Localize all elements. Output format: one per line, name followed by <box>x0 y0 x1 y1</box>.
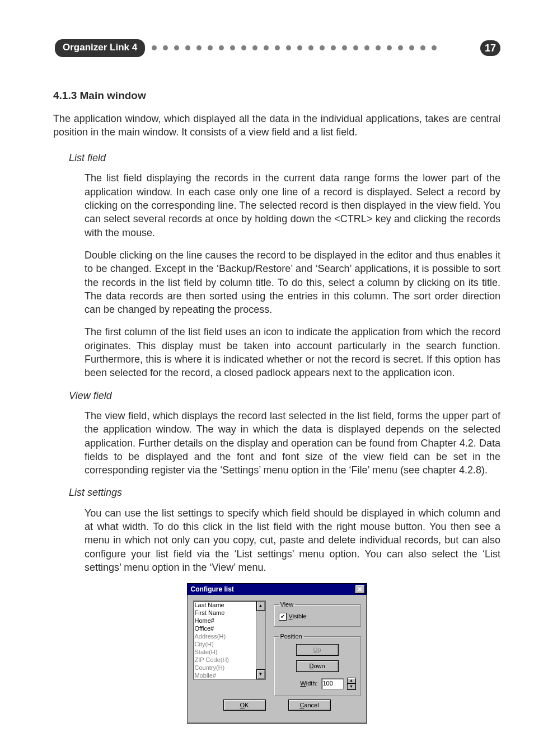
width-input[interactable]: 100 <box>321 678 344 689</box>
fields-listbox[interactable]: Last NameFirst NameHome#Office#Address(H… <box>193 600 266 680</box>
list-item[interactable]: Last Name <box>194 601 256 609</box>
view-field-p1: The view field, which displays the recor… <box>85 409 500 477</box>
subheading-list-field: List field <box>69 151 500 165</box>
scroll-down-icon[interactable]: ▼ <box>256 669 265 679</box>
configure-list-dialog: Configure list ✕ Last NameFirst NameHome… <box>187 583 367 724</box>
dialog-title: Configure list <box>191 585 234 594</box>
list-field-p3: The first column of the list field uses … <box>85 325 500 379</box>
lead-paragraph: The application window, which displayed … <box>53 112 500 139</box>
header-dots <box>148 45 477 50</box>
width-spinner[interactable]: ▲ ▼ <box>347 678 356 690</box>
down-button[interactable]: Down <box>296 660 339 672</box>
view-groupbox: View ✔ VVisibleisible <box>274 600 361 627</box>
page-number: 17 <box>480 40 500 56</box>
position-legend: Position <box>279 632 304 641</box>
subheading-view-field: View field <box>69 389 500 402</box>
list-item[interactable]: Home# <box>194 617 256 624</box>
scrollbar[interactable]: ▲ ▼ <box>256 601 265 679</box>
list-item[interactable]: First Name <box>194 609 256 617</box>
section-title: 4.1.3 Main window <box>53 88 500 103</box>
list-item[interactable]: City(H) <box>194 640 256 648</box>
spin-down-icon[interactable]: ▼ <box>347 684 356 690</box>
list-item[interactable]: Mobile# <box>194 672 256 679</box>
spin-up-icon[interactable]: ▲ <box>347 678 356 684</box>
list-field-p2: Double clicking on the line causes the r… <box>85 248 500 316</box>
list-item[interactable]: Office# <box>194 624 256 632</box>
list-field-body: The list field displaying the records in… <box>85 171 500 379</box>
list-item[interactable]: State(H) <box>194 648 256 656</box>
close-icon[interactable]: ✕ <box>355 585 365 594</box>
page-header: Organizer Link 4 17 <box>55 39 500 57</box>
view-field-body: The view field, which displays the recor… <box>85 409 500 477</box>
cancel-button[interactable]: Cancel <box>288 699 331 711</box>
scroll-up-icon[interactable]: ▲ <box>256 601 265 611</box>
subheading-list-settings: List settings <box>69 486 500 499</box>
product-chip: Organizer Link 4 <box>55 39 145 57</box>
list-item[interactable]: ZIP Code(H) <box>194 656 256 664</box>
ok-button[interactable]: OK <box>223 699 266 711</box>
list-item[interactable]: Country(H) <box>194 664 256 672</box>
list-field-p1: The list field displaying the records in… <box>85 171 500 239</box>
dialog-titlebar[interactable]: Configure list ✕ <box>188 584 367 595</box>
visible-checkbox[interactable]: ✔ VVisibleisible <box>279 612 356 621</box>
list-settings-p1: You can use the list settings to specify… <box>85 506 500 574</box>
list-item[interactable]: Address(H) <box>194 632 256 640</box>
position-groupbox: Position Up Down Width: 100 ▲ ▼ <box>274 632 361 696</box>
list-settings-body: You can use the list settings to specify… <box>85 506 500 574</box>
up-button[interactable]: Up <box>296 644 339 656</box>
view-legend: View <box>279 600 296 609</box>
